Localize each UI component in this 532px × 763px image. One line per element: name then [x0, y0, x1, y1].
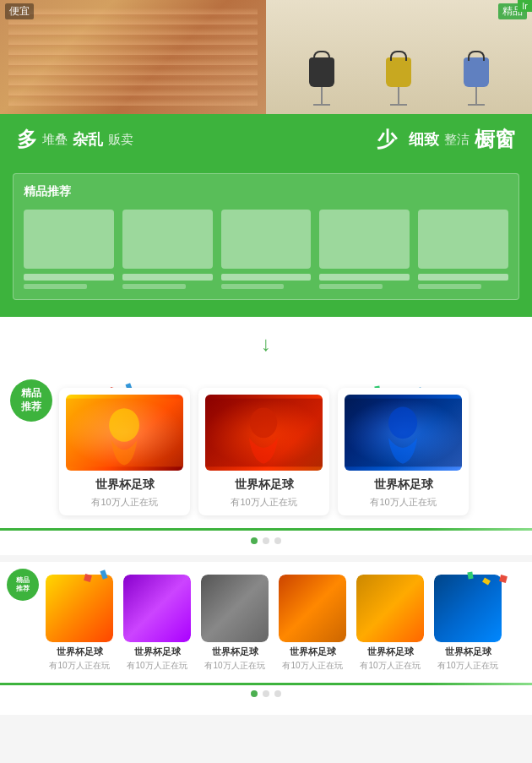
compare-right-item1: 细致	[409, 129, 439, 150]
compare-left-num: 多	[17, 126, 37, 153]
page-dots-2	[0, 685, 532, 702]
small-img-5	[356, 575, 424, 642]
featured-line1	[122, 274, 213, 281]
game-card-img-2	[205, 395, 323, 471]
small-sub-1: 有10万人正在玩	[42, 660, 117, 672]
small-img-6	[434, 575, 502, 642]
compare-right-num: 少	[377, 126, 397, 153]
small-sub-6: 有10万人正在玩	[431, 660, 505, 672]
featured-items	[24, 210, 508, 289]
small-img-1	[46, 575, 113, 642]
badge-sm-line1: 精品	[16, 576, 30, 585]
featured-img	[221, 210, 312, 269]
featured-line2	[122, 284, 186, 289]
boutique-badge-1: 精品 推荐	[10, 379, 52, 422]
featured-item[interactable]	[221, 210, 312, 289]
card-subtitle-2: 有10万人正在玩	[205, 496, 323, 509]
cheap-tag: 便宜	[5, 3, 34, 19]
featured-line1	[319, 274, 410, 281]
compare-section: 多 堆叠 杂乱 贩卖 少 细致 整洁 橱窗	[0, 114, 532, 165]
card-subtitle-3: 有10万人正在玩	[345, 496, 462, 509]
featured-item[interactable]	[122, 210, 213, 289]
small-card-2[interactable]: 世界杯足球 有10万人正在玩	[120, 575, 194, 672]
featured-img	[24, 210, 114, 269]
game-card-2[interactable]: 世界杯足球 有10万人正在玩	[198, 388, 329, 515]
small-title-3: 世界杯足球	[198, 646, 272, 658]
badge-sm-line2: 推荐	[16, 585, 30, 593]
down-arrow-icon: ↓	[261, 332, 271, 356]
banner-left[interactable]: 便宜	[0, 0, 266, 114]
small-title-5: 世界杯足球	[353, 646, 427, 658]
small-card-6[interactable]: 世界杯足球 有10万人正在玩	[431, 575, 505, 672]
small-img-2	[123, 575, 191, 642]
featured-item[interactable]	[24, 210, 114, 289]
card-title-2: 世界杯足球	[205, 477, 323, 493]
badge-line1: 精品	[21, 387, 41, 401]
featured-section: 精品推荐	[0, 165, 532, 317]
small-game-cards: 世界杯足球 有10万人正在玩 世界杯足球 有10万人正在玩 世界杯足球 有10万…	[0, 570, 532, 676]
featured-img	[122, 210, 213, 269]
small-sub-4: 有10万人正在玩	[275, 660, 350, 672]
game-card-3[interactable]: 世界杯足球 有10万人正在玩	[338, 388, 469, 515]
corner-tag: Ir	[518, 0, 532, 12]
compare-left-item3: 贩卖	[108, 132, 133, 148]
game-section-1: 精品 推荐	[0, 371, 532, 555]
small-img-3	[201, 575, 269, 642]
small-img-4	[279, 575, 346, 642]
small-card-1[interactable]: 世界杯足球 有10万人正在玩	[42, 575, 117, 672]
small-sub-3: 有10万人正在玩	[198, 660, 272, 672]
badge-line2: 推荐	[21, 401, 41, 414]
dot-3[interactable]	[274, 537, 281, 544]
featured-line1	[418, 274, 508, 281]
card-title-3: 世界杯足球	[345, 477, 462, 493]
page-dots-1	[0, 531, 532, 551]
boutique-badge-2: 精品 推荐	[7, 569, 39, 601]
svg-point-1	[109, 408, 139, 441]
small-title-2: 世界杯足球	[120, 646, 194, 658]
featured-line2	[319, 284, 383, 289]
dot2-3[interactable]	[274, 690, 281, 697]
compare-right-item2: 整洁	[444, 132, 470, 148]
small-card-3[interactable]: 世界杯足球 有10万人正在玩	[198, 575, 272, 672]
featured-line1	[221, 274, 312, 281]
game-card-img-3	[345, 395, 462, 471]
dot-1[interactable]	[251, 537, 258, 544]
compare-left: 多 堆叠 杂乱 贩卖	[17, 126, 133, 153]
small-title-6: 世界杯足球	[431, 646, 505, 658]
confetti-green-b	[467, 572, 473, 580]
top-banner: 便宜 精品	[0, 0, 532, 114]
small-title-4: 世界杯足球	[275, 646, 350, 658]
compare-left-item1: 堆叠	[42, 132, 68, 148]
featured-box: 精品推荐	[13, 173, 519, 300]
game-card-1[interactable]: 世界杯足球 有10万人正在玩	[59, 388, 190, 515]
featured-img	[418, 210, 508, 269]
small-card-5[interactable]: 世界杯足球 有10万人正在玩	[353, 575, 427, 672]
arrow-section: ↓	[0, 317, 532, 371]
featured-item[interactable]	[418, 210, 508, 289]
featured-img	[319, 210, 410, 269]
svg-point-5	[388, 407, 417, 439]
small-sub-5: 有10万人正在玩	[353, 660, 427, 672]
featured-line1	[24, 274, 114, 281]
small-title-1: 世界杯足球	[42, 646, 117, 658]
card-subtitle-1: 有10万人正在玩	[66, 496, 183, 509]
dot2-2[interactable]	[263, 690, 269, 697]
featured-item[interactable]	[319, 210, 410, 289]
featured-line2	[221, 284, 285, 289]
featured-title: 精品推荐	[24, 184, 508, 199]
featured-line2	[24, 284, 87, 289]
dot2-1[interactable]	[251, 690, 258, 697]
compare-right-item3: 橱窗	[475, 126, 515, 153]
card-title-1: 世界杯足球	[66, 477, 183, 493]
game-card-img-1	[66, 395, 183, 471]
banner-right[interactable]: 精品	[266, 0, 532, 114]
small-sub-2: 有10万人正在玩	[120, 660, 194, 672]
game-cards-wrapper: 世界杯足球 有10万人正在玩	[46, 384, 532, 520]
featured-line2	[418, 284, 481, 289]
small-card-4[interactable]: 世界杯足球 有10万人正在玩	[275, 575, 350, 672]
bottom-section: 精品 推荐 世界杯足球 有10万人正在玩 世界杯足球 有10万人正在玩 世界杯足…	[0, 562, 532, 715]
compare-left-item2: 杂乱	[73, 129, 103, 150]
compare-right: 少 细致 整洁 橱窗	[377, 126, 515, 153]
dot-2[interactable]	[263, 537, 269, 544]
svg-point-3	[250, 407, 277, 438]
